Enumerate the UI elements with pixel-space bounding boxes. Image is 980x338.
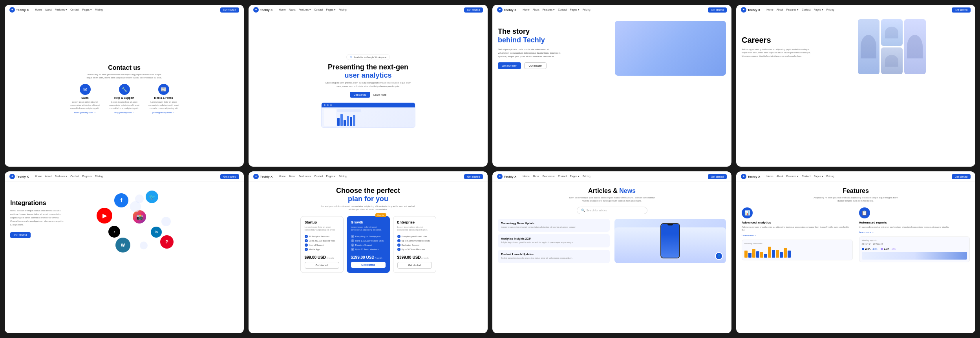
story-our-mission[interactable]: Our mission <box>524 62 547 69</box>
nav-cta-pricing[interactable]: Get started <box>464 174 483 179</box>
articles-phone-col: 👤 <box>614 219 726 263</box>
nav-pricing-careers[interactable]: Pricing <box>826 8 834 11</box>
nav-about-analytics[interactable]: About <box>289 8 296 11</box>
integrations-content: Integrations Ultrici et diam tristique v… <box>5 182 244 256</box>
help-title: Help & Support <box>114 96 134 99</box>
nav-cta-analytics[interactable]: Get started <box>464 7 483 13</box>
nav-home-articles[interactable]: Home <box>523 175 529 178</box>
nav-features-contact[interactable]: Features ▾ <box>55 8 67 11</box>
analytics-content: G Available in Google Workspace Presenti… <box>249 15 488 167</box>
chart-label-reports: Monthly reports <box>862 239 967 242</box>
nav-about-story[interactable]: About <box>533 8 539 11</box>
nav-pricing-story[interactable]: Pricing <box>583 8 591 11</box>
bar-2 <box>340 114 343 126</box>
nav-pricing: ✦ Techly X Home About Features ▾ Contact… <box>249 171 488 182</box>
nav-home-careers[interactable]: Home <box>766 8 773 11</box>
screenshot-dot-3 <box>330 104 332 106</box>
reports-feature-icon: 📋 <box>859 207 870 218</box>
analytics-learn-more[interactable]: Learn more <box>373 92 386 98</box>
nav-home-features[interactable]: Home <box>766 175 773 178</box>
nav-about-features[interactable]: About <box>777 175 783 178</box>
chart-label-analytics: Monthly new users <box>744 242 850 245</box>
stat-2: 1.3K +14% <box>881 247 896 250</box>
contact-title: Contact us <box>108 64 141 71</box>
plan-growth-btn[interactable]: Get started <box>351 262 386 268</box>
nav-home-integrations[interactable]: Home <box>35 175 42 178</box>
analytics-feature-icon: 📊 <box>742 207 753 218</box>
careers-right <box>858 19 970 74</box>
plan-startup-price: $99.00 USD /month <box>305 255 339 260</box>
help-link[interactable]: help@techly.com → <box>114 111 135 114</box>
logo-analytics: ✦ Techly X <box>253 7 272 13</box>
nav-pricing-articles[interactable]: Pricing <box>583 175 591 178</box>
analytics-get-started[interactable]: Get started <box>350 92 370 98</box>
nav-features-pricing[interactable]: Features ▾ <box>299 175 311 178</box>
nav-pages-contact[interactable]: Pages ▾ <box>82 8 92 11</box>
nav-pricing-features[interactable]: Pricing <box>826 175 834 178</box>
nav-cta-story[interactable]: Get started <box>708 7 727 13</box>
plan-growth-f2: ✓Up to 1,000,000 tracked visits <box>351 239 386 242</box>
nav-contact-integrations[interactable]: Contact <box>70 175 79 178</box>
nav-pricing-pricing[interactable]: Pricing <box>339 175 347 178</box>
nav-home-pricing[interactable]: Home <box>279 175 285 178</box>
check-g1: ✓ <box>351 235 354 238</box>
nav-pages-story[interactable]: Pages ▾ <box>570 8 580 11</box>
nav-contact-analytics[interactable]: Contact <box>314 8 323 11</box>
plan-startup-btn[interactable]: Get started <box>305 262 339 269</box>
nav-features-story[interactable]: Features ▾ <box>543 8 555 11</box>
nav-features-careers[interactable]: Features ▾ <box>786 8 799 11</box>
nav-about-contact[interactable]: About <box>45 8 52 11</box>
articles-search-bar[interactable]: 🔍 Search for articles <box>577 207 647 214</box>
integrations-get-started[interactable]: Get started <box>10 232 31 238</box>
media-link[interactable]: press@techly.com → <box>152 111 175 114</box>
nav-pages-features[interactable]: Pages ▾ <box>814 175 823 178</box>
nav-contact-contact[interactable]: Contact <box>70 8 79 11</box>
pricing-title-line2: plan for you <box>348 195 388 203</box>
nav-features-link[interactable]: Features ▾ <box>786 175 799 178</box>
nav-pages-analytics[interactable]: Pages ▾ <box>326 8 336 11</box>
feature-analytics: 📊 Advanced analytics Adipiscing mi sem g… <box>742 207 853 263</box>
plan-enterprise-btn[interactable]: Get started <box>397 262 432 269</box>
nav-pricing-integrations[interactable]: Pricing <box>95 175 103 178</box>
nav-cta-careers[interactable]: Get started <box>952 7 971 13</box>
nav-features-analytics[interactable]: Features ▾ <box>299 8 311 11</box>
nav-home-analytics[interactable]: Home <box>279 8 285 11</box>
nav-pricing-contact[interactable]: Pricing <box>95 8 103 11</box>
nav-integrations: ✦ Techly X Home About Features ▾ Contact… <box>5 171 244 182</box>
logo-icon-analytics: ✦ <box>253 7 259 13</box>
nav-pricing-analytics[interactable]: Pricing <box>339 8 347 11</box>
nav-cta-contact[interactable]: Get started <box>220 7 239 13</box>
nav-features-integrations[interactable]: Features ▾ <box>55 175 67 178</box>
nav-contact-features[interactable]: Contact <box>802 175 810 178</box>
sales-link[interactable]: sales@techly.com → <box>74 111 96 114</box>
nav-pages-integrations[interactable]: Pages ▾ <box>82 175 92 178</box>
nav-contact-articles[interactable]: Contact <box>558 175 567 178</box>
nav-pages-articles[interactable]: Pages ▾ <box>570 175 580 178</box>
plan-startup: Startup Lorem ipsum dolor sit amet conse… <box>300 216 344 273</box>
story-join-team[interactable]: Join our team <box>498 62 521 69</box>
careers-img-small-1 <box>881 19 903 46</box>
contact-content: Contact us Adipiscing mi sem gravida eni… <box>5 15 244 167</box>
date-2: 29 Nov 24 <box>873 243 883 245</box>
nav-pages-careers[interactable]: Pages ▾ <box>814 8 823 11</box>
analytics-title: Presenting the next-gen user analytics <box>328 63 408 80</box>
check-g2: ✓ <box>351 239 354 242</box>
nav-cta-integrations[interactable]: Get started <box>220 174 239 179</box>
nav-cta-features[interactable]: Get started <box>952 174 971 179</box>
nav-about-pricing[interactable]: About <box>289 175 296 178</box>
nav-about-integrations[interactable]: About <box>45 175 52 178</box>
nav-home-contact[interactable]: Home <box>35 8 42 11</box>
nav-pages-pricing[interactable]: Pages ▾ <box>326 175 336 178</box>
sales-title: Sales <box>81 96 88 99</box>
nav-contact-story[interactable]: Contact <box>558 8 567 11</box>
nav-about-careers[interactable]: About <box>777 8 783 11</box>
nav-contact-pricing[interactable]: Contact <box>314 175 323 178</box>
nav-about-articles[interactable]: About <box>533 175 539 178</box>
analytics-feature-link[interactable]: Learn more → <box>742 234 853 236</box>
bubble-twitter: 🐦 <box>146 191 158 203</box>
nav-cta-articles[interactable]: Get started <box>708 174 727 179</box>
nav-features-articles[interactable]: Features ▾ <box>543 175 555 178</box>
nav-home-story[interactable]: Home <box>523 8 529 11</box>
nav-contact-careers[interactable]: Contact <box>802 8 810 11</box>
reports-feature-link[interactable]: Learn more → <box>859 231 970 233</box>
